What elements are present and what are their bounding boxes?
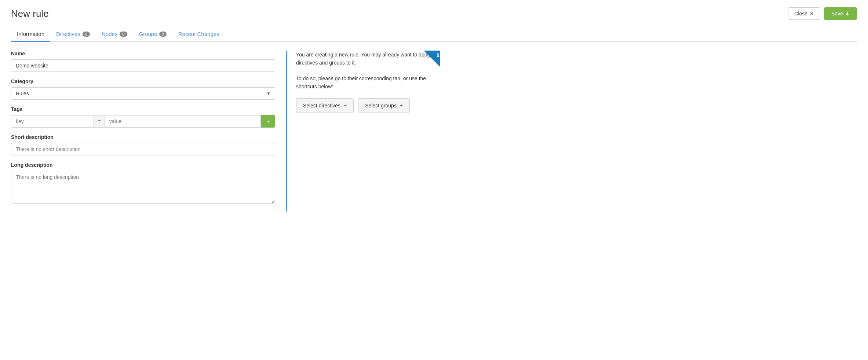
save-button-label: Save: [831, 11, 843, 16]
plus-icon: +: [266, 118, 270, 125]
tag-value-input[interactable]: [105, 115, 261, 128]
tag-equals: =: [94, 115, 104, 128]
info-text-line2: To do so, please go to their correspondi…: [296, 74, 440, 91]
category-field-group: Category Rules Other ▼: [11, 78, 275, 100]
tab-groups[interactable]: Groups 0: [133, 27, 172, 42]
page-title: New rule: [11, 8, 49, 19]
long-description-label: Long description: [11, 162, 275, 168]
main-form: Name Category Rules Other ▼ Tags: [11, 51, 286, 212]
tags-row: = +: [11, 115, 275, 128]
short-description-field-group: Short description: [11, 134, 275, 155]
short-description-input[interactable]: [11, 143, 275, 155]
select-directives-label: Select directives: [303, 103, 340, 109]
select-groups-label: Select groups: [365, 103, 397, 109]
select-directives-button[interactable]: Select directives +: [296, 98, 354, 113]
name-input[interactable]: [11, 59, 275, 72]
tab-information[interactable]: Information: [11, 27, 50, 42]
tag-add-button[interactable]: +: [261, 115, 275, 128]
tags-label: Tags: [11, 106, 275, 112]
save-icon: ⬇: [845, 11, 850, 16]
tab-recent-changes[interactable]: Recent Changes: [172, 27, 225, 42]
close-icon: ✕: [810, 11, 814, 16]
sidebar-info: ℹ You are creating a new rule. You may a…: [286, 51, 440, 212]
header-buttons: Close ✕ Save ⬇: [788, 7, 857, 20]
info-text-line1: You are creating a new rule. You may alr…: [296, 51, 440, 67]
tab-nodes[interactable]: Nodes 0: [96, 27, 133, 42]
long-description-field-group: Long description: [11, 162, 275, 205]
shortcuts-row: Select directives + Select groups +: [296, 98, 440, 113]
select-groups-button[interactable]: Select groups +: [358, 98, 410, 113]
directives-badge: 0: [83, 32, 90, 37]
tab-directives[interactable]: Directives 0: [50, 27, 96, 42]
tag-key-input[interactable]: [11, 115, 94, 128]
select-groups-plus-icon: +: [400, 102, 403, 109]
page-header: New rule Close ✕ Save ⬇: [11, 7, 857, 20]
groups-badge: 0: [159, 32, 167, 37]
content-area: Name Category Rules Other ▼ Tags: [11, 51, 857, 212]
category-label: Category: [11, 78, 275, 84]
long-description-textarea[interactable]: [11, 171, 275, 204]
nodes-badge: 0: [120, 32, 127, 37]
close-button[interactable]: Close ✕: [788, 7, 820, 20]
save-button[interactable]: Save ⬇: [824, 7, 857, 20]
select-directives-plus-icon: +: [343, 102, 347, 109]
tags-field-group: Tags = +: [11, 106, 275, 128]
category-select-wrapper: Rules Other ▼: [11, 87, 275, 100]
name-field-group: Name: [11, 51, 275, 72]
close-button-label: Close: [794, 11, 807, 16]
name-label: Name: [11, 51, 275, 56]
info-icon: ℹ: [437, 52, 439, 58]
tabs-bar: Information Directives 0 Nodes 0 Groups …: [11, 27, 857, 42]
short-description-label: Short description: [11, 134, 275, 140]
category-select[interactable]: Rules Other: [11, 87, 275, 100]
